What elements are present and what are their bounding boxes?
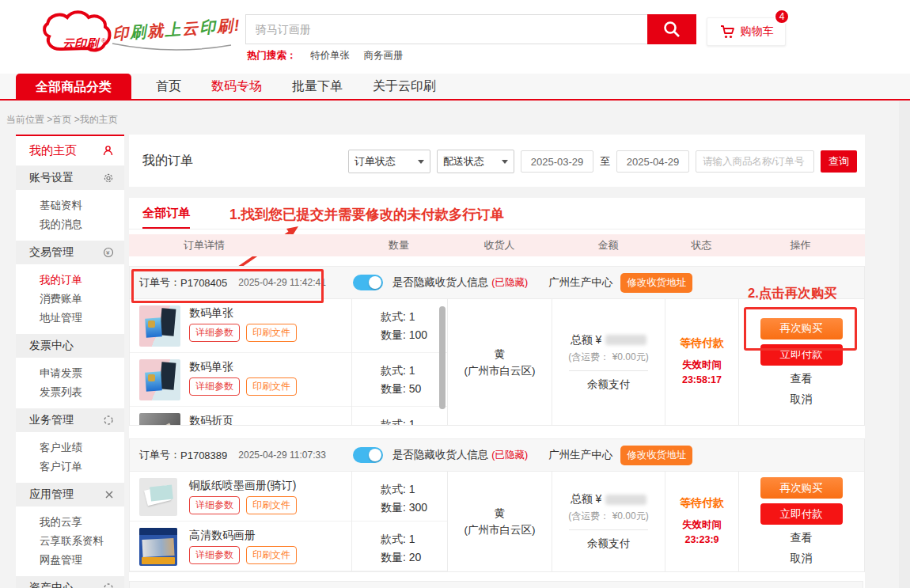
sidebar-item-netdisk-management[interactable]: 网盘管理 xyxy=(16,551,124,570)
print-file-button[interactable]: 印刷文件 xyxy=(246,324,297,342)
product-name[interactable]: 高清数码画册 xyxy=(189,529,256,543)
order-status-select-value: 订单状态 xyxy=(355,154,396,169)
order-status-select[interactable]: 订单状态 xyxy=(348,150,430,173)
sidebar-item-my-homepage[interactable]: 我的主页 xyxy=(16,136,124,166)
product-name[interactable]: 数码单张 xyxy=(189,360,233,374)
product-thumbnail[interactable] xyxy=(139,528,177,566)
detail-params-button[interactable]: 详细参数 xyxy=(189,496,240,514)
product-thumbnail[interactable] xyxy=(139,413,180,425)
sidebar-section-label: 应用管理 xyxy=(29,487,74,502)
receiver-cell: 黄 (广州市白云区) xyxy=(448,472,552,571)
sidebar-section-label: 账号设置 xyxy=(29,171,74,185)
nav-item-about[interactable]: 关于云印刷 xyxy=(373,78,436,95)
keyword-input[interactable] xyxy=(696,150,814,173)
hide-receiver-toggle[interactable] xyxy=(353,447,383,463)
nav-item-digital[interactable]: 数码专场 xyxy=(211,78,262,95)
sidebar-item-invoice-list[interactable]: 发票列表 xyxy=(16,383,124,402)
sidebar-item-my-cloudshare[interactable]: 我的云享 xyxy=(16,513,124,532)
sidebar-item-cloudshare-contacts[interactable]: 云享联系资料 xyxy=(16,532,124,551)
search-input[interactable] xyxy=(245,14,647,44)
hide-receiver-label: 是否隐藏收货人信息 xyxy=(392,448,489,462)
hot-search-item[interactable]: 商务画册 xyxy=(363,50,403,61)
modify-address-button[interactable]: 修改收货地址 xyxy=(620,273,692,293)
view-link[interactable]: 查看 xyxy=(791,529,813,545)
products-scrollbar[interactable] xyxy=(439,306,446,409)
sidebar-section-business-management[interactable]: 业务管理 xyxy=(16,408,124,432)
cancel-link[interactable]: 取消 xyxy=(791,391,813,407)
next-order-partial-header xyxy=(129,581,863,588)
search-button[interactable] xyxy=(647,14,696,44)
product-name[interactable]: 数码折页 xyxy=(189,414,233,425)
sidebar-section-account-settings[interactable]: 账号设置 xyxy=(16,166,124,190)
brand-logo[interactable]: 云印刷 ® xyxy=(38,8,117,60)
slogan-char: 刷 xyxy=(216,17,234,35)
product-thumbnail[interactable] xyxy=(139,305,180,347)
modify-address-button[interactable]: 修改收货地址 xyxy=(620,446,692,465)
column-header-receiver: 收货人 xyxy=(447,234,552,256)
receiver-cell: 黄 (广州市白云区) xyxy=(448,299,552,425)
product-name[interactable]: 铜版纸喷墨画册(骑订) xyxy=(189,479,296,493)
sidebar-section-label: 资产中心 xyxy=(29,581,74,588)
nav-item-home[interactable]: 首页 xyxy=(156,78,181,95)
detail-params-button[interactable]: 详细参数 xyxy=(189,324,240,342)
sidebar-item-customer-performance[interactable]: 客户业绩 xyxy=(16,438,124,457)
date-to-input[interactable] xyxy=(616,150,689,173)
sidebar-section-app-management[interactable]: 应用管理 xyxy=(16,483,124,506)
detail-params-button[interactable]: 详细参数 xyxy=(189,377,240,396)
hidden-status-tag: (已隐藏) xyxy=(491,276,528,290)
print-file-button[interactable]: 印刷文件 xyxy=(246,496,297,514)
buy-again-button[interactable]: 再次购买 xyxy=(760,477,843,499)
tab-all-orders[interactable]: 全部订单 xyxy=(142,206,190,221)
logo-registered-mark: ® xyxy=(101,37,106,44)
page-scrollbar[interactable] xyxy=(899,101,910,588)
cancel-link[interactable]: 取消 xyxy=(791,550,813,566)
sidebar-item-my-messages[interactable]: 我的消息 xyxy=(16,215,124,234)
product-quantity: 款式: 1 数量: 20 xyxy=(381,530,421,567)
nav-item-bulk-order[interactable]: 批量下单 xyxy=(292,78,343,95)
sidebar-item-basic-info[interactable]: 基础资料 xyxy=(16,196,124,215)
amount-cell: 总额 ¥ (含运费： ¥0.00元) 余额支付 xyxy=(552,299,665,425)
query-button[interactable]: 查询 xyxy=(821,150,857,173)
sidebar-item-my-orders[interactable]: 我的订单 xyxy=(16,271,124,290)
hide-receiver-toggle[interactable] xyxy=(353,275,383,290)
order-body: 铜版纸喷墨画册(骑订) 详细参数 印刷文件 款式: 1 数量: 300 高清数码… xyxy=(130,472,864,571)
page: { "header": { "logo": {"brand": "云印刷", "… xyxy=(0,0,910,588)
sidebar-section-invoice-center[interactable]: 发票中心 xyxy=(16,334,124,358)
product-qty: 数量: 300 xyxy=(381,499,427,517)
order-no: P1708405 xyxy=(180,277,227,289)
product-style: 款式: 1 xyxy=(381,480,427,499)
buy-again-button[interactable]: 再次购买 xyxy=(760,318,843,340)
detail-params-button[interactable]: 详细参数 xyxy=(189,546,240,564)
product-style: 款式: 1 xyxy=(381,362,421,380)
close-icon xyxy=(104,490,114,499)
print-file-button[interactable]: 印刷文件 xyxy=(246,546,297,564)
cart-button[interactable]: 购物车 xyxy=(707,17,786,46)
divider xyxy=(569,370,648,371)
delivery-status-select[interactable]: 配送状态 xyxy=(437,150,514,173)
expire-label: 失效时间 xyxy=(682,518,722,533)
hot-search-label: 热门搜索： xyxy=(247,50,297,61)
product-thumbnail[interactable] xyxy=(139,478,177,516)
sidebar-item-request-invoice[interactable]: 申请发票 xyxy=(16,364,124,383)
date-range-to-label: 至 xyxy=(600,154,610,169)
print-file-button[interactable]: 印刷文件 xyxy=(246,377,297,396)
hot-search-item[interactable]: 特价单张 xyxy=(310,50,350,61)
sidebar-section-trade-management[interactable]: 交易管理 ¥ xyxy=(16,241,124,264)
product-name[interactable]: 数码单张 xyxy=(189,306,233,321)
pay-now-button[interactable]: 立即付款 xyxy=(760,344,843,366)
view-link[interactable]: 查看 xyxy=(791,370,813,386)
sidebar-section-asset-center[interactable]: 资产中心 xyxy=(16,576,124,588)
sidebar-item-expense-bills[interactable]: 消费账单 xyxy=(16,290,124,309)
main-nav: 全部商品分类 首页 数码专场 批量下单 关于云印刷 xyxy=(0,74,910,101)
divider xyxy=(569,529,648,530)
product-buttons: 详细参数 印刷文件 xyxy=(189,377,297,396)
product-thumbnail[interactable] xyxy=(139,359,180,400)
all-categories-button[interactable]: 全部商品分类 xyxy=(16,74,131,101)
amount-masked xyxy=(605,335,646,345)
column-header-quantity: 数量 xyxy=(351,234,447,256)
date-from-input[interactable] xyxy=(521,150,593,173)
sidebar-item-address-management[interactable]: 地址管理 xyxy=(16,309,124,328)
pay-now-button[interactable]: 立即付款 xyxy=(760,503,843,525)
sidebar-item-customer-orders[interactable]: 客户订单 xyxy=(16,457,124,476)
sidebar-item-label: 我的主页 xyxy=(29,143,77,158)
